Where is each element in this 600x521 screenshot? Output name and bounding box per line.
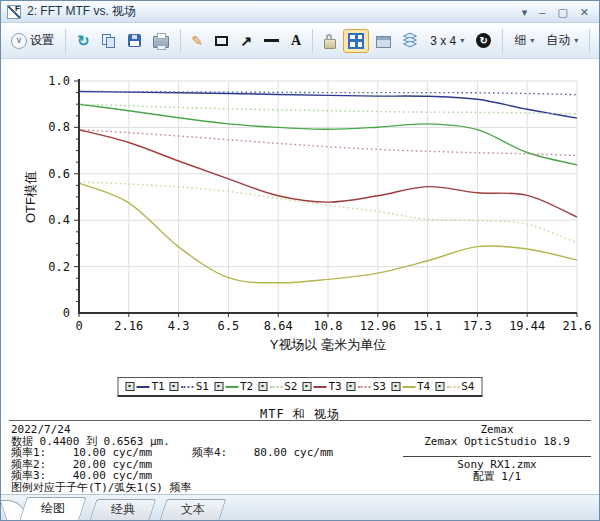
dropdown-arrow-icon: ▾	[574, 36, 578, 45]
y-tick-label: 0.8	[48, 120, 70, 134]
tab-classic[interactable]: 经典	[90, 499, 157, 520]
mtf-vs-field-chart: 00.20.40.60.81.002.164.36.58.6410.812.96…	[1, 59, 600, 359]
sampling-dropdown-label: 细	[514, 32, 526, 49]
x-tick-label: 19.44	[509, 319, 545, 333]
copy-button[interactable]	[97, 29, 121, 53]
toolbar: ∨设置↻✎↗A3 x 4▾↻细▾自动▾当前▾?	[1, 23, 599, 59]
x-tick-label: 10.8	[314, 319, 343, 333]
dropdown-arrow-icon: ▾	[460, 36, 464, 45]
line-icon	[264, 39, 279, 42]
tab-plot[interactable]: 绘图	[19, 497, 86, 520]
save-button[interactable]	[123, 29, 146, 53]
grid-layout-dropdown-label: 3 x 4	[430, 34, 456, 48]
x-tick-label: 8.64	[264, 319, 293, 333]
legend-entry-T4: T4	[391, 380, 430, 393]
auto-update-dropdown[interactable]: 自动▾	[541, 29, 583, 53]
legend-marker-icon	[391, 382, 400, 391]
grid-lines	[79, 81, 577, 313]
zemax-mtf-window: F 2: FFT MTF vs. 视场 ▾ – ▢ ✕ ∨设置↻✎↗A3 x 4…	[0, 0, 600, 521]
x-tick-label: 17.3	[463, 319, 492, 333]
x-tick-label: 21.6	[563, 319, 592, 333]
plot-client-area: 00.20.40.60.81.002.164.36.58.6410.812.96…	[1, 59, 599, 494]
legend-label: S3	[373, 380, 386, 393]
legend-entry-T1: T1	[126, 380, 165, 393]
layers-icon	[403, 33, 418, 49]
grid-layout-dropdown[interactable]: 3 x 4▾	[425, 29, 469, 53]
axes	[74, 79, 577, 317]
legend-line-sample	[402, 386, 415, 388]
tab-classic-label: 经典	[111, 500, 135, 519]
y-axis-label: OTF模值	[23, 171, 38, 223]
tab-text[interactable]: 文本	[160, 499, 227, 520]
tab-plot-label: 绘图	[41, 498, 65, 519]
window-icon[interactable]: F	[7, 5, 21, 19]
legend-entry-T2: T2	[214, 380, 253, 393]
view-tabs: 绘图经典文本	[1, 494, 599, 520]
x-tick-label: 6.5	[218, 319, 240, 333]
toolbar-separator	[180, 29, 181, 53]
lock-button[interactable]	[319, 29, 341, 53]
draw-text-button[interactable]: A	[286, 29, 306, 53]
title-bar[interactable]: F 2: FFT MTF vs. 视场 ▾ – ▢ ✕	[1, 1, 599, 23]
chart-legend: T1S1T2S2T3S3T4S4	[118, 377, 483, 397]
rotate-button[interactable]: ↻	[471, 29, 496, 53]
maximize-button[interactable]: ▢	[557, 5, 567, 19]
auto-update-dropdown-label: 自动	[546, 32, 570, 49]
rotate-icon: ↻	[476, 33, 491, 48]
legend-line-sample	[269, 386, 282, 388]
dropdown-arrow-icon: ▾	[530, 36, 534, 45]
legend-entry-T3: T3	[303, 380, 342, 393]
x-tick-label: 4.3	[168, 319, 190, 333]
tab-text-label: 文本	[181, 500, 205, 519]
window-icon	[376, 36, 391, 48]
configuration-text: 配置 1/1	[401, 471, 593, 483]
y-tick-label: 0.6	[48, 167, 70, 181]
rectangle-icon	[215, 36, 228, 46]
analysis-info-line: 图例对应于子午(T)/弧矢1(S) 频率	[11, 482, 333, 494]
lock-icon	[324, 39, 336, 49]
legend-entry-S4: S4	[435, 380, 474, 393]
draw-arrow-button[interactable]: ↗	[235, 29, 257, 53]
sampling-dropdown[interactable]: 细▾	[509, 29, 539, 53]
minimize-button[interactable]: –	[539, 5, 545, 19]
legend-label: S4	[461, 380, 474, 393]
refresh-button[interactable]: ↻	[72, 29, 95, 53]
legend-line-sample	[314, 386, 327, 388]
legend-line-sample	[225, 386, 238, 388]
copy-icon	[102, 34, 116, 48]
file-info-divider	[403, 456, 591, 457]
copy-window-button[interactable]	[371, 29, 396, 53]
legend-label: T2	[240, 380, 253, 393]
toolbar-separator	[589, 29, 590, 53]
legend-marker-icon	[126, 382, 135, 391]
draw-rectangle-button[interactable]	[210, 29, 233, 53]
draw-pencil-button[interactable]: ✎	[187, 29, 209, 53]
close-button[interactable]: ✕	[580, 5, 589, 19]
y-tick-label: 0.2	[48, 260, 70, 274]
legend-line-sample	[181, 386, 194, 388]
legend-line-sample	[358, 386, 371, 388]
legend-entry-S3: S3	[347, 380, 386, 393]
chevron-circle-icon: ∨	[11, 33, 27, 49]
legend-label: T3	[329, 380, 342, 393]
legend-label: T1	[152, 380, 165, 393]
arrow-icon: ↗	[240, 34, 252, 48]
overlay-series-button[interactable]	[398, 29, 423, 53]
window-menu-button[interactable]: ▾	[522, 5, 528, 19]
draw-line-button[interactable]	[259, 29, 284, 53]
settings-button[interactable]: ∨设置	[6, 29, 59, 53]
y-tick-label: 0.4	[48, 213, 70, 227]
save-icon	[128, 34, 141, 47]
footer-separator	[9, 420, 591, 421]
refresh-icon: ↻	[77, 33, 90, 48]
text-icon: A	[291, 34, 301, 48]
x-tick-label: 12.96	[360, 319, 396, 333]
legend-entry-S2: S2	[258, 380, 297, 393]
fit-window-button[interactable]	[343, 29, 369, 53]
legend-marker-icon	[347, 382, 356, 391]
print-button[interactable]	[148, 29, 174, 53]
config-dropdown[interactable]: 当前▾	[596, 29, 600, 53]
settings-button-label: 设置	[30, 32, 54, 49]
analysis-info-line: 2022/7/24	[11, 424, 333, 436]
window-controls: ▾ – ▢ ✕	[522, 5, 593, 19]
